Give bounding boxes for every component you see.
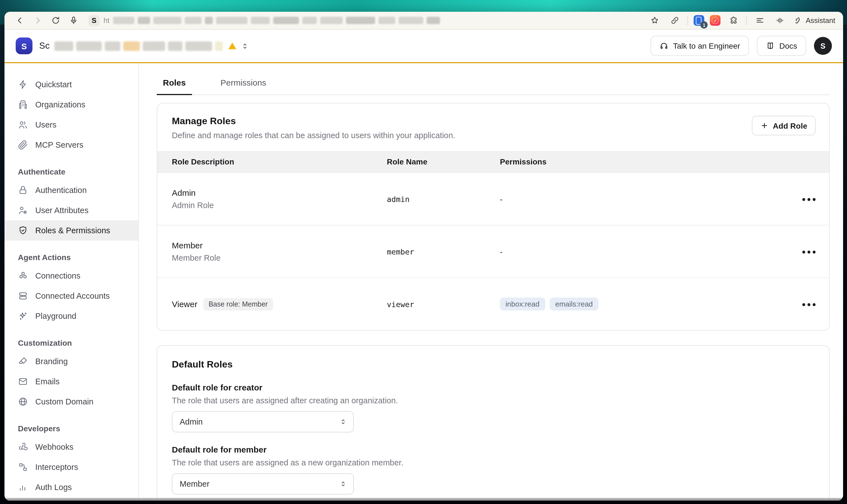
redacted-block xyxy=(105,41,120,51)
toolbar-separator xyxy=(688,16,688,25)
star-button[interactable] xyxy=(647,14,662,27)
sidebar: QuickstartOrganizationsUsersMCP ServersA… xyxy=(4,63,139,501)
creator-role-description: The role that users are assigned after c… xyxy=(172,396,814,405)
chevrons-up-down-icon xyxy=(241,42,249,50)
sidebar-item-branding[interactable]: Branding xyxy=(4,351,138,372)
redacted-block xyxy=(399,17,424,24)
address-bar[interactable]: S ht xyxy=(88,15,640,26)
sidebar-section-agent-actions: Agent Actions xyxy=(4,240,138,266)
sidebar-item-user-attributes[interactable]: User Attributes xyxy=(4,200,138,220)
star-icon xyxy=(650,16,659,25)
redacted-block xyxy=(427,17,440,24)
menu-lines-button[interactable] xyxy=(753,14,767,27)
redacted-block xyxy=(215,41,223,51)
puzzle-icon xyxy=(729,16,738,25)
main-content: RolesPermissions Manage Roles Define and… xyxy=(139,63,843,501)
sidebar-item-label: Playground xyxy=(35,311,76,321)
permissions-empty: - xyxy=(500,194,790,203)
url-text: ht xyxy=(104,17,109,24)
site-favicon: S xyxy=(88,15,100,26)
sidebar-item-mcp-servers[interactable]: MCP Servers xyxy=(4,135,138,155)
sidebar-item-label: Connected Accounts xyxy=(35,291,110,300)
zap-icon xyxy=(18,79,28,90)
sidebar-item-custom-domain[interactable]: Custom Domain xyxy=(4,392,138,412)
check-shape: ✓ xyxy=(710,15,721,26)
member-role-select[interactable]: Member xyxy=(172,473,354,494)
sidebar-item-authentication[interactable]: Authentication xyxy=(4,180,138,200)
manage-roles-title: Manage Roles xyxy=(172,116,455,127)
redacted-block xyxy=(185,41,212,51)
sidebar-item-connected-accounts[interactable]: Connected Accounts xyxy=(4,286,138,306)
sidebar-item-roles-permissions[interactable]: Roles & Permissions xyxy=(4,220,138,240)
role-name-code: admin xyxy=(387,194,500,203)
role-name-code: viewer xyxy=(387,300,500,308)
puzzle-button[interactable] xyxy=(726,14,741,27)
sidebar-item-quickstart[interactable]: Quickstart xyxy=(4,74,138,94)
column-permissions: Permissions xyxy=(500,157,790,166)
link-button[interactable] xyxy=(668,14,682,27)
building-icon xyxy=(18,100,28,110)
row-actions-menu-button[interactable]: ●●● xyxy=(798,245,821,257)
reload-icon xyxy=(51,16,60,25)
back-button[interactable] xyxy=(12,14,27,27)
reload-button[interactable] xyxy=(48,14,63,27)
docs-label: Docs xyxy=(779,41,797,50)
sidebar-item-label: Interceptors xyxy=(35,463,78,471)
sidebar-item-users[interactable]: Users xyxy=(4,115,138,135)
waveform-button[interactable] xyxy=(773,14,788,27)
redacted-block xyxy=(205,17,213,24)
clock-extension-icon[interactable]: ✓ xyxy=(710,15,721,26)
desktop-background: S ht 1✓Assistant S Sc Talk to an Engine xyxy=(0,0,847,504)
sidebar-item-label: User Attributes xyxy=(35,206,88,215)
mic-button[interactable] xyxy=(66,14,81,27)
mic-icon xyxy=(69,16,78,25)
redacted-block xyxy=(274,17,299,24)
docs-button[interactable]: Docs xyxy=(757,36,806,56)
sidebar-item-organizations[interactable]: Organizations xyxy=(4,94,138,115)
book-icon xyxy=(766,41,775,50)
talk-to-engineer-button[interactable]: Talk to an Engineer xyxy=(651,36,749,56)
headphones-icon xyxy=(659,41,669,50)
sidebar-item-interceptors[interactable]: Interceptors xyxy=(4,457,138,477)
sidebar-item-label: Custom Domain xyxy=(35,397,93,406)
redacted-block xyxy=(321,17,343,24)
creator-role-select[interactable]: Admin xyxy=(172,411,354,432)
sparkles-icon xyxy=(18,311,28,321)
browser-toolbar-right: 1✓Assistant xyxy=(647,14,835,27)
sidebar-item-label: MCP Servers xyxy=(35,140,83,149)
column-role-name: Role Name xyxy=(387,157,500,166)
role-row-viewer: ViewerBase role: Memberviewerinbox:reade… xyxy=(157,277,829,330)
paperclip-icon xyxy=(18,140,28,150)
tab-permissions[interactable]: Permissions xyxy=(214,78,272,94)
browser-toolbar: S ht 1✓Assistant xyxy=(4,12,843,30)
rows-icon xyxy=(18,291,28,301)
sidebar-item-emails[interactable]: Emails xyxy=(4,372,138,392)
row-actions-menu-button[interactable]: ●●● xyxy=(798,193,821,205)
sidebar-item-label: Emails xyxy=(35,377,59,386)
sidebar-item-label: Auth Logs xyxy=(35,483,72,492)
user-avatar[interactable]: S xyxy=(814,37,832,55)
add-role-button[interactable]: Add Role xyxy=(751,116,816,136)
chevrons-up-down-icon xyxy=(339,418,347,426)
member-role-value: Member xyxy=(180,480,209,488)
sidebar-item-connections[interactable]: Connections xyxy=(4,266,138,286)
tab-roles[interactable]: Roles xyxy=(157,78,192,94)
sidebar-item-auth-logs[interactable]: Auth Logs xyxy=(4,477,138,497)
manage-roles-description: Define and manage roles that can be assi… xyxy=(172,131,455,140)
permissions-empty: - xyxy=(500,247,790,256)
tab-bar: RolesPermissions xyxy=(157,78,830,95)
row-actions-menu-button[interactable]: ●●● xyxy=(798,298,821,310)
sidebar-item-label: Branding xyxy=(35,357,68,366)
forward-button[interactable] xyxy=(30,14,45,27)
redacted-block xyxy=(185,17,202,24)
sidebar-item-playground[interactable]: Playground xyxy=(4,306,138,326)
brush-icon xyxy=(18,356,28,366)
password-extension-icon[interactable]: 1 xyxy=(694,15,705,26)
warning-triangle-icon xyxy=(228,42,236,49)
interceptors-icon xyxy=(18,462,28,472)
sidebar-item-webhooks[interactable]: Webhooks xyxy=(4,437,138,457)
shield-check-icon xyxy=(18,226,28,235)
sidebar-item-label: Users xyxy=(35,120,56,129)
assistant-button[interactable]: Assistant xyxy=(793,16,835,25)
org-switcher[interactable]: Sc xyxy=(39,41,249,51)
